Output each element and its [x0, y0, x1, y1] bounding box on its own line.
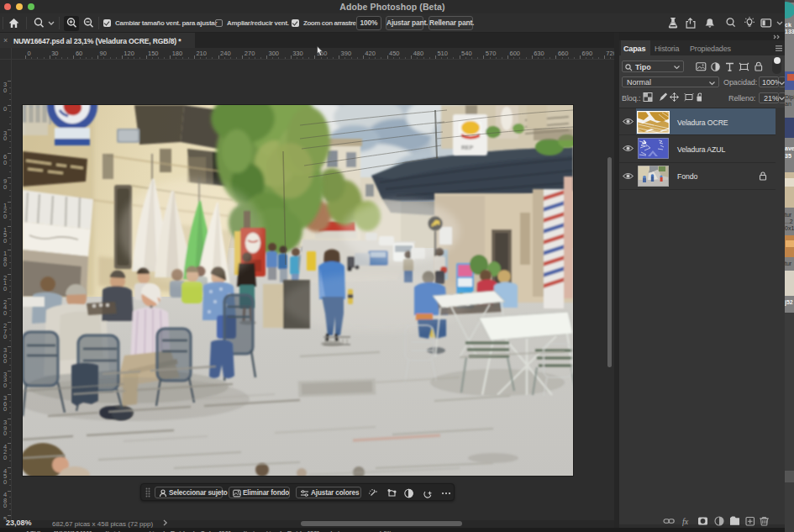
- svg-text:fx: fx: [682, 517, 689, 526]
- svg-text:REP: REP: [461, 145, 474, 150]
